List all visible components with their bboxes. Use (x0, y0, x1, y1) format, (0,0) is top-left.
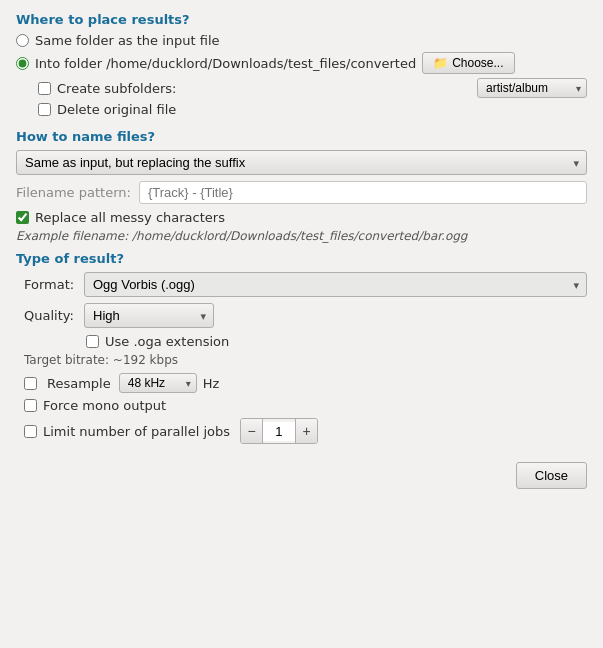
oga-extension-checkbox[interactable] (86, 335, 99, 348)
into-folder-row: Into folder /home/ducklord/Downloads/tes… (16, 52, 587, 74)
same-folder-radio[interactable] (16, 34, 29, 47)
resample-select[interactable]: 44.1 kHz 48 kHz 96 kHz (119, 373, 197, 393)
force-mono-label: Force mono output (43, 398, 166, 413)
naming-select[interactable]: Same as input, but replacing the suffix … (16, 150, 587, 175)
quality-row: Quality: High Medium Low Very High (24, 303, 587, 328)
replace-messy-checkbox[interactable] (16, 211, 29, 224)
resample-row: Resample 44.1 kHz 48 kHz 96 kHz Hz (24, 373, 587, 393)
into-folder-radio[interactable] (16, 57, 29, 70)
delete-original-checkbox[interactable] (38, 103, 51, 116)
bitrate-text: Target bitrate: ~192 kbps (24, 353, 587, 367)
format-select-wrapper: Ogg Vorbis (.ogg) MP3 FLAC Opus AAC (84, 272, 587, 297)
hz-label: Hz (203, 376, 220, 391)
example-label: Example filename: (16, 229, 128, 243)
quality-select-wrapper: High Medium Low Very High (84, 303, 214, 328)
into-folder-label: Into folder /home/ducklord/Downloads/tes… (35, 56, 416, 71)
replace-label: Replace all messy characters (35, 210, 225, 225)
oga-row: Use .oga extension (86, 334, 587, 349)
example-value: /home/ducklord/Downloads/test_files/conv… (132, 229, 467, 243)
format-row: Format: Ogg Vorbis (.ogg) MP3 FLAC Opus … (24, 272, 587, 297)
where-to-place-title: Where to place results? (16, 12, 587, 27)
parallel-increment-button[interactable]: + (295, 419, 317, 443)
parallel-row: Limit number of parallel jobs − + (24, 418, 587, 444)
same-folder-label: Same folder as the input file (35, 33, 220, 48)
create-subfolders-label: Create subfolders: (57, 81, 176, 96)
close-button[interactable]: Close (516, 462, 587, 489)
delete-original-label: Delete original file (57, 102, 176, 117)
naming-select-wrapper: Same as input, but replacing the suffix … (16, 150, 587, 175)
parallel-number-group: − + (240, 418, 318, 444)
resample-label: Resample (47, 376, 111, 391)
resample-checkbox[interactable] (24, 377, 37, 390)
folder-icon: 📁 (433, 56, 448, 70)
subfolder-row: Create subfolders: artist/album artist a… (38, 78, 587, 98)
quality-label: Quality: (24, 308, 84, 323)
main-container: Where to place results? Same folder as t… (0, 0, 603, 505)
create-subfolders-checkbox[interactable] (38, 82, 51, 95)
quality-select[interactable]: High Medium Low Very High (84, 303, 214, 328)
force-mono-checkbox[interactable] (24, 399, 37, 412)
parallel-jobs-checkbox[interactable] (24, 425, 37, 438)
choose-button[interactable]: 📁 Choose... (422, 52, 514, 74)
type-of-result-title: Type of result? (16, 251, 587, 266)
oga-label: Use .oga extension (105, 334, 229, 349)
parallel-number-input[interactable] (263, 422, 295, 441)
delete-row: Delete original file (38, 102, 587, 117)
how-to-name-title: How to name files? (16, 129, 587, 144)
force-mono-row: Force mono output (24, 398, 587, 413)
example-filename: Example filename: /home/ducklord/Downloa… (16, 229, 587, 243)
format-label: Format: (24, 277, 84, 292)
resample-select-wrapper: 44.1 kHz 48 kHz 96 kHz (119, 373, 197, 393)
subfolder-select-wrapper: artist/album artist album (477, 78, 587, 98)
bottom-bar: Close (16, 452, 587, 493)
parallel-label: Limit number of parallel jobs (43, 424, 230, 439)
subfolder-select[interactable]: artist/album artist album (477, 78, 587, 98)
pattern-label: Filename pattern: (16, 185, 131, 200)
format-select[interactable]: Ogg Vorbis (.ogg) MP3 FLAC Opus AAC (84, 272, 587, 297)
pattern-input[interactable] (139, 181, 587, 204)
pattern-row: Filename pattern: (16, 181, 587, 204)
parallel-decrement-button[interactable]: − (241, 419, 263, 443)
same-folder-row: Same folder as the input file (16, 33, 587, 48)
replace-row: Replace all messy characters (16, 210, 587, 225)
